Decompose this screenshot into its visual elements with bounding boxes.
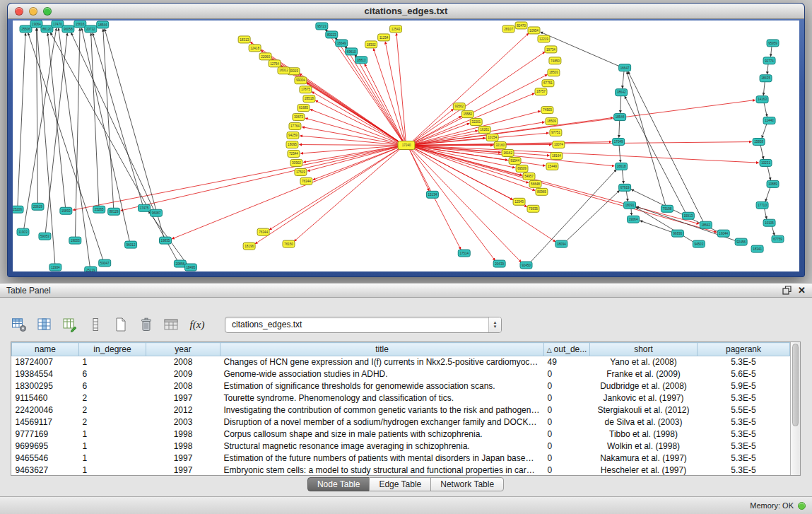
graph-edge[interactable] [59, 28, 90, 267]
graph-edge[interactable] [763, 82, 765, 95]
graph-node[interactable]: 96012 [125, 241, 137, 248]
table-row[interactable]: 1830029562008Estimation of significance … [12, 380, 790, 392]
graph-node[interactable]: 18642 [616, 89, 628, 96]
scrollbar-thumb[interactable] [792, 344, 799, 426]
graph-node[interactable]: 15616 [74, 21, 86, 28]
graph-edge[interactable] [411, 109, 453, 143]
table-row[interactable]: 977716911998Corpus callosum shape and si… [12, 428, 790, 440]
graph-edge[interactable] [37, 28, 38, 203]
table-row[interactable]: 2242004622012Investigating the contribut… [12, 404, 790, 416]
column-header-year[interactable]: year [146, 343, 220, 356]
graph-node[interactable]: 12219 [538, 35, 550, 42]
graph-node[interactable]: 18544 [614, 114, 626, 121]
new-column-icon[interactable] [112, 315, 130, 334]
graph-node[interactable]: 12543 [513, 198, 525, 205]
graph-edge[interactable] [396, 33, 406, 142]
zoom-window-button[interactable] [43, 7, 52, 16]
table-row[interactable]: 1938455462009Genome-wide association stu… [12, 368, 790, 380]
graph-node[interactable]: 79198 [661, 205, 673, 212]
graph-edge[interactable] [71, 33, 154, 209]
graph-node[interactable]: 10154 [486, 134, 498, 141]
graph-edge[interactable] [121, 146, 401, 211]
graph-edge[interactable] [255, 147, 401, 244]
graph-edge[interactable] [45, 33, 67, 233]
graph-node[interactable]: 18495 [184, 264, 196, 271]
graph-edge[interactable] [622, 170, 623, 183]
graph-edge[interactable] [312, 92, 401, 144]
graph-node[interactable]: 17475 [139, 204, 151, 211]
graph-node[interactable]: 97751 [550, 129, 562, 136]
graph-node[interactable]: 18544 [97, 21, 109, 28]
graph-edge[interactable] [269, 147, 401, 230]
graph-node[interactable]: 11934 [49, 264, 61, 271]
graph-node[interactable]: 19064 [30, 21, 42, 28]
graph-node[interactable]: 80223 [326, 31, 338, 38]
graph-node[interactable]: 74503 [541, 107, 553, 114]
graph-node[interactable]: 12754 [269, 60, 281, 67]
graph-node[interactable]: 15582 [461, 111, 473, 118]
graph-node[interactable]: 76150 [283, 240, 295, 247]
graph-node[interactable]: 14163 [756, 96, 768, 103]
close-panel-icon[interactable]: ✕ [798, 286, 806, 296]
graph-node[interactable]: 16649 [336, 40, 348, 47]
column-header-title[interactable]: title [220, 343, 544, 356]
graph-edge[interactable] [299, 145, 401, 146]
graph-edge[interactable] [628, 71, 703, 222]
graph-node[interactable]: 59053 [39, 233, 51, 240]
graph-node[interactable]: 18757 [535, 88, 547, 95]
graph-node[interactable]: 18509 [546, 118, 558, 125]
table-row[interactable]: 969969511998Structural magnetic resonanc… [12, 440, 790, 452]
graph-node[interactable]: 67919 [619, 184, 631, 191]
graph-edge[interactable] [626, 191, 628, 201]
graph-node[interactable]: 32201 [470, 119, 482, 126]
column-header-pagerank[interactable]: pagerank [698, 343, 790, 356]
graph-node[interactable]: 76344 [257, 228, 269, 235]
function-builder-icon[interactable]: f(x) [188, 315, 206, 334]
graph-edge[interactable] [411, 148, 522, 262]
table-mode-icon[interactable] [10, 315, 28, 334]
column-header-in_degree[interactable]: in_degree [79, 343, 146, 356]
graph-node[interactable]: 19734 [545, 46, 557, 53]
graph-edge[interactable] [627, 72, 666, 206]
table-row[interactable]: 1872400712008Changes of HCN gene express… [12, 356, 790, 368]
graph-edge[interactable] [294, 148, 402, 242]
column-header-out_degree[interactable]: △out_de... [544, 343, 590, 356]
graph-node[interactable]: 54957 [523, 173, 535, 180]
graph-node[interactable]: 99004 [295, 77, 307, 84]
minimize-window-button[interactable] [29, 7, 37, 16]
graph-node[interactable]: 17875 [300, 86, 312, 93]
window-titlebar[interactable]: citations_edges.txt [8, 4, 804, 19]
graph-node[interactable]: 11254 [378, 34, 390, 41]
graph-node[interactable]: 25206 [13, 206, 23, 213]
graph-node[interactable]: 69610 [346, 48, 358, 55]
graph-edge[interactable] [772, 226, 775, 235]
column-header-short[interactable]: short [590, 343, 698, 356]
graph-node[interactable]: 32160 [494, 142, 506, 149]
table-chooser-select[interactable]: citations_edges.txt ▲▼ [225, 317, 502, 333]
network-canvas[interactable]: 2550619064881201747096058156162073218544… [13, 21, 799, 271]
graph-node[interactable]: 17049 [613, 139, 625, 146]
graph-node[interactable]: 15134 [426, 191, 438, 198]
graph-node[interactable]: 15913 [682, 212, 694, 219]
graph-node[interactable]: 11903 [17, 228, 29, 235]
graph-node[interactable]: 16162 [502, 149, 514, 156]
graph-node[interactable]: 17470 [52, 21, 64, 28]
graph-edge[interactable] [91, 33, 99, 206]
graph-node[interactable]: 20732 [85, 25, 97, 33]
graph-node[interactable]: 11443 [763, 117, 775, 124]
graph-node[interactable]: 59047 [99, 259, 111, 267]
graph-edge[interactable] [625, 96, 686, 213]
graph-node[interactable]: 19033 [69, 237, 81, 244]
graph-edge[interactable] [172, 146, 401, 239]
graph-node[interactable]: 91544 [509, 157, 521, 164]
graph-node[interactable]: 30902 [290, 159, 302, 166]
graph-node[interactable]: 10889 [767, 180, 779, 187]
graph-node[interactable]: 20856 [174, 260, 186, 267]
graph-node[interactable]: 18313 [238, 36, 250, 43]
graph-node[interactable]: 22060 [259, 53, 271, 60]
graph-node[interactable]: 56648 [529, 180, 541, 187]
show-columns-icon[interactable] [35, 315, 54, 334]
graph-edge[interactable] [765, 187, 770, 201]
graph-edge[interactable] [764, 103, 767, 117]
graph-edge[interactable] [24, 28, 57, 228]
